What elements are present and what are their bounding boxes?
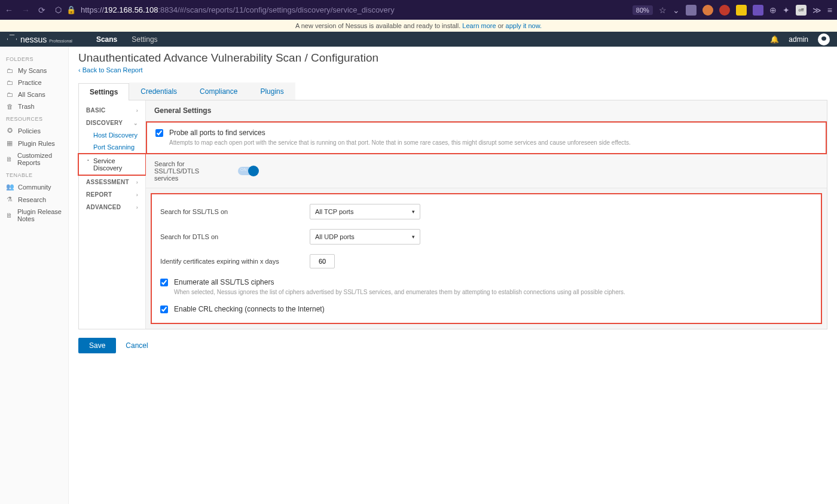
confignav-discovery[interactable]: DISCOVERY⌄ <box>79 117 145 129</box>
sidebar-item-customized-reports[interactable]: 🗎Customized Reports <box>0 149 68 169</box>
ext-icon-5[interactable] <box>753 5 763 16</box>
menu-icon[interactable]: ≡ <box>827 5 832 15</box>
ssl-toggle-label: Search for SSL/TLS/DTLS services <box>154 160 220 182</box>
browser-toolbar: ← → ⟳ ⬡ 🔒 https://192.168.56.108:8834/#/… <box>0 0 837 20</box>
save-button[interactable]: Save <box>78 338 116 353</box>
ext-icon-6[interactable]: ⊕ <box>769 5 777 15</box>
sidebar-item-plugin-release-notes[interactable]: 🗎Plugin Release Notes <box>0 206 68 225</box>
folder-icon: 🗀 <box>6 79 13 86</box>
cert-expire-row: Identify certificates expiring within x … <box>160 254 812 268</box>
sidebar-item-all-scans[interactable]: 🗀All Scans <box>0 88 68 100</box>
avatar-icon[interactable] <box>818 33 830 45</box>
star-icon[interactable]: ☆ <box>659 5 667 15</box>
ssl-settings-block: Search for SSL/TLS on All TCP ports▾ Sea… <box>151 193 822 324</box>
overflow-icon[interactable]: ≫ <box>812 5 821 15</box>
crl-label: Enable CRL checking (connects to the Int… <box>174 305 325 313</box>
sidebar-item-community[interactable]: 👥Community <box>0 181 68 193</box>
probe-ports-checkbox[interactable] <box>155 129 163 137</box>
ext-icon-4[interactable] <box>736 5 747 16</box>
sidebar: FOLDERS 🗀My Scans 🗀Practice 🗀All Scans 🗑… <box>0 47 69 504</box>
confignav-host-discovery[interactable]: Host Discovery <box>79 129 145 141</box>
notes-icon: 🗎 <box>6 212 13 219</box>
confignav-report[interactable]: REPORT› <box>79 188 145 201</box>
probe-ports-desc: Attempts to map each open port with the … <box>169 139 631 147</box>
cancel-button[interactable]: Cancel <box>126 341 148 350</box>
url-bar[interactable]: ⬡ 🔒 https://192.168.56.108:8834/#/scans/… <box>51 5 627 14</box>
url-text: https://192.168.56.108:8834/#/scans/repo… <box>81 5 395 14</box>
confignav-basic[interactable]: BASIC› <box>79 104 145 117</box>
research-icon: ⚗ <box>6 196 13 203</box>
back-link[interactable]: Back to Scan Report <box>78 66 143 74</box>
apply-now-link[interactable]: apply it now. <box>506 22 542 29</box>
ext-icon-2[interactable] <box>702 5 713 16</box>
caret-down-icon: ▾ <box>412 209 415 215</box>
report-icon: 🗎 <box>6 155 13 163</box>
forward-icon[interactable]: → <box>22 5 30 15</box>
sidebar-item-plugin-rules[interactable]: ▦Plugin Rules <box>0 137 68 149</box>
zoom-badge[interactable]: 80% <box>633 5 653 15</box>
logo[interactable]: nessus Professional <box>7 35 72 44</box>
tab-credentials[interactable]: Credentials <box>129 83 188 100</box>
general-settings-header: General Settings <box>146 100 827 121</box>
cert-expire-label: Identify certificates expiring within x … <box>160 258 298 265</box>
reload-icon[interactable]: ⟳ <box>38 5 45 15</box>
sidebar-item-research[interactable]: ⚗Research <box>0 193 68 206</box>
sidebar-group-resources: RESOURCES <box>0 112 68 124</box>
ssl-on-select[interactable]: All TCP ports▾ <box>310 204 420 219</box>
chevron-down-icon: ⌄ <box>133 120 138 126</box>
folder-icon: 🗀 <box>6 91 13 98</box>
sidebar-item-my-scans[interactable]: 🗀My Scans <box>0 65 68 77</box>
sidebar-group-tenable: TENABLE <box>0 169 68 181</box>
trash-icon: 🗑 <box>6 103 13 110</box>
header-right: 🔔 admin <box>770 33 830 45</box>
enum-ciphers-label: Enumerate all SSL/TLS ciphers <box>174 278 625 286</box>
app-nav: Scans Settings <box>96 35 158 44</box>
sidebar-item-policies[interactable]: ✪Policies <box>0 124 68 137</box>
tab-compliance[interactable]: Compliance <box>188 83 249 100</box>
user-label[interactable]: admin <box>789 35 808 44</box>
actions: Save Cancel <box>78 338 827 353</box>
chevron-right-icon: › <box>136 192 138 198</box>
sidebar-item-practice[interactable]: 🗀Practice <box>0 77 68 88</box>
enum-ciphers-checkbox[interactable] <box>160 279 168 286</box>
plugin-icon: ▦ <box>6 139 13 147</box>
page-title: Unauthenticated Advance Vulnerability Sc… <box>78 51 827 65</box>
ssl-toggle-switch[interactable]: ON <box>238 167 258 175</box>
sidebar-item-trash[interactable]: 🗑Trash <box>0 100 68 112</box>
cert-expire-input[interactable] <box>310 254 335 268</box>
ext-icon-1[interactable] <box>686 5 697 16</box>
nav-scans[interactable]: Scans <box>96 35 117 44</box>
tabs: Settings Credentials Compliance Plugins <box>78 83 827 100</box>
browser-nav: ← → ⟳ <box>5 5 45 15</box>
logo-icon <box>7 35 17 44</box>
pocket-icon[interactable]: ⌄ <box>673 5 680 15</box>
ssl-on-label: Search for SSL/TLS on <box>160 208 298 215</box>
ext-icon-3[interactable] <box>719 5 730 16</box>
ext-icon-7[interactable]: ✦ <box>783 5 790 15</box>
update-banner: A new version of Nessus is available and… <box>0 20 837 32</box>
community-icon: 👥 <box>6 183 13 191</box>
caret-down-icon: ▾ <box>412 234 415 240</box>
config-nav: BASIC› DISCOVERY⌄ Host Discovery Port Sc… <box>79 100 146 329</box>
learn-more-link[interactable]: Learn more <box>462 22 496 29</box>
confignav-service-discovery[interactable]: Service Discovery <box>79 155 145 174</box>
tab-plugins[interactable]: Plugins <box>249 83 295 100</box>
tab-settings[interactable]: Settings <box>78 83 129 100</box>
ext-off-badge[interactable]: off <box>796 5 807 16</box>
logo-text: nessus <box>20 35 47 44</box>
probe-ports-row: Probe all ports to find services Attempt… <box>146 121 827 154</box>
back-icon[interactable]: ← <box>5 5 13 15</box>
crl-checkbox[interactable] <box>160 306 168 313</box>
sidebar-group-folders: FOLDERS <box>0 53 68 65</box>
app-header: nessus Professional Scans Settings 🔔 adm… <box>0 32 837 47</box>
confignav-advanced[interactable]: ADVANCED› <box>79 201 145 213</box>
bell-icon[interactable]: 🔔 <box>770 35 779 44</box>
folder-icon: 🗀 <box>6 67 13 74</box>
ssl-toggle-row: Search for SSL/TLS/DTLS services ON <box>146 154 827 188</box>
confignav-port-scanning[interactable]: Port Scanning <box>79 141 145 153</box>
confignav-assessment[interactable]: ASSESSMENT› <box>79 176 145 188</box>
content: Unauthenticated Advance Vulnerability Sc… <box>69 47 837 504</box>
dtls-on-row: Search for DTLS on All UDP ports▾ <box>160 229 812 245</box>
nav-settings[interactable]: Settings <box>132 35 157 44</box>
dtls-on-select[interactable]: All UDP ports▾ <box>310 229 420 245</box>
